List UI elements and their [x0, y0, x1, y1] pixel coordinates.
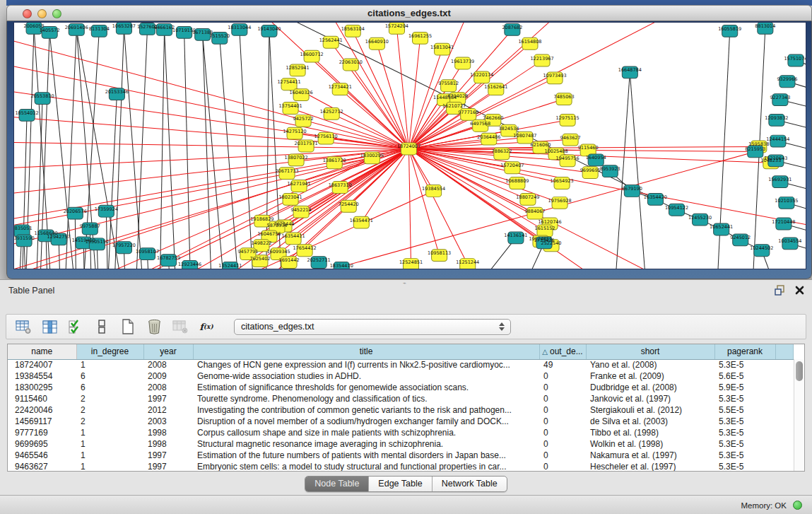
table-cell[interactable]: 1997 — [143, 461, 193, 472]
table-cell[interactable]: 9699695 — [8, 438, 76, 450]
table-row[interactable]: 1830029562008Estimation of significance … — [8, 382, 794, 393]
table-cell[interactable]: 2008 — [143, 359, 193, 370]
tab-edge-table[interactable]: Edge Table — [369, 477, 432, 491]
table-row[interactable]: 969969511998Structural magnetic resonanc… — [8, 438, 794, 450]
table-row[interactable]: 911546021997Tourette syndrome. Phenomeno… — [8, 393, 794, 404]
table-cell[interactable]: 5.3E-5 — [714, 416, 775, 427]
table-cell[interactable]: 5.5E-5 — [714, 404, 775, 416]
table-cell[interactable]: 0 — [539, 382, 586, 393]
float-panel-icon[interactable] — [774, 284, 785, 296]
table-row[interactable]: 946362711997Embryonic stem cells: a mode… — [8, 461, 794, 472]
table-cell[interactable]: 5.3E-5 — [714, 393, 775, 404]
table-cell[interactable]: 5.3E-5 — [714, 359, 775, 370]
table-cell[interactable]: 2009 — [143, 370, 193, 382]
table-cell[interactable]: 1 — [76, 450, 143, 461]
table-cell[interactable]: 9465546 — [8, 450, 76, 461]
table-cell[interactable]: 0 — [539, 393, 586, 404]
table-scrollbar[interactable] — [794, 359, 804, 471]
table-cell[interactable]: 0 — [539, 450, 586, 461]
create-table-icon[interactable] — [118, 317, 138, 337]
table-cell[interactable]: 18724007 — [8, 359, 76, 370]
table-cell[interactable]: 5.3E-5 — [714, 461, 775, 472]
table-cell[interactable]: Disruption of a novel member of a sodium… — [193, 416, 539, 427]
window-titlebar[interactable]: citations_edges.txt — [6, 5, 812, 21]
table-cell[interactable]: 14569117 — [8, 416, 76, 427]
table-cell[interactable]: 1 — [76, 461, 143, 472]
table-cell[interactable]: 2 — [76, 404, 143, 416]
table-cell[interactable]: 5.9E-5 — [714, 382, 775, 393]
table-cell[interactable]: 1 — [76, 438, 143, 450]
table-cell[interactable]: 1 — [76, 427, 143, 438]
table-row[interactable]: 946554611997Estimation of the future num… — [8, 450, 794, 461]
table-cell[interactable]: 5.3E-5 — [714, 438, 775, 450]
table-cell[interactable]: 5.3E-5 — [714, 427, 775, 438]
table-cell[interactable]: Franke et al. (2009) — [586, 370, 714, 382]
table-cell[interactable]: 1998 — [143, 427, 193, 438]
close-window-button[interactable] — [23, 9, 32, 18]
table-cell[interactable]: Genome-wide association studies in ADHD. — [193, 370, 539, 382]
column-header-out-degree[interactable]: △out_de... — [539, 344, 586, 359]
table-cell[interactable]: 2008 — [143, 382, 193, 393]
table-cell[interactable]: 1 — [76, 359, 143, 370]
table-cell[interactable]: 1997 — [143, 450, 193, 461]
table-cell[interactable]: 9115460 — [8, 393, 76, 404]
table-cell[interactable]: 18300295 — [8, 382, 76, 393]
table-cell[interactable]: de Silva et al. (2003) — [586, 416, 714, 427]
table-cell[interactable]: Embryonic stem cells: a model to study s… — [193, 461, 539, 472]
table-options-icon[interactable] — [13, 317, 33, 337]
table-cell[interactable]: Tourette syndrome. Phenomenology and cla… — [193, 393, 539, 404]
table-cell[interactable]: 2 — [76, 416, 143, 427]
zoom-window-button[interactable] — [52, 9, 61, 18]
table-cell[interactable]: 2 — [76, 393, 143, 404]
memory-ok-indicator[interactable] — [793, 501, 802, 510]
show-columns-icon[interactable] — [40, 317, 59, 337]
network-view[interactable]: 1872400718300295193845541144858497558126… — [13, 22, 806, 269]
table-cell[interactable]: 0 — [539, 427, 586, 438]
table-cell[interactable]: Investigating the contribution of common… — [193, 404, 539, 416]
table-cell[interactable]: 19384554 — [8, 370, 76, 382]
table-cell[interactable]: 5.3E-5 — [714, 450, 775, 461]
tab-node-table[interactable]: Node Table — [305, 477, 369, 491]
table-cell[interactable]: 2003 — [143, 416, 193, 427]
column-header-name[interactable]: name — [8, 344, 76, 359]
table-cell[interactable]: 0 — [539, 404, 586, 416]
table-cell[interactable]: Tibbo et al. (1998) — [586, 427, 714, 438]
column-header-short[interactable]: short — [586, 344, 714, 359]
table-cell[interactable]: 9463627 — [8, 461, 76, 472]
table-cell[interactable]: 0 — [539, 438, 586, 450]
column-header-title[interactable]: title — [193, 344, 539, 359]
table-cell[interactable]: Dudbridge et al. (2008) — [586, 382, 714, 393]
delete-table-icon[interactable] — [144, 317, 164, 337]
citation-network-graph[interactable]: 1872400718300295193845541144858497558126… — [14, 23, 806, 269]
table-cell[interactable]: Estimation of significance thresholds fo… — [193, 382, 539, 393]
function-builder-icon[interactable]: f(x) — [196, 317, 216, 337]
minimize-window-button[interactable] — [37, 9, 47, 18]
table-cell[interactable]: Nakamura et al. (1997) — [586, 450, 714, 461]
table-cell[interactable]: 49 — [539, 359, 586, 370]
tab-network-table[interactable]: Network Table — [433, 477, 507, 491]
table-cell[interactable]: 5.6E-5 — [714, 370, 775, 382]
table-cell[interactable]: Estimation of the future numbers of pati… — [193, 450, 539, 461]
table-cell[interactable]: 0 — [539, 461, 586, 472]
table-cell[interactable]: 6 — [76, 382, 143, 393]
table-cell[interactable]: 6 — [76, 370, 143, 382]
table-cell[interactable]: 0 — [539, 416, 586, 427]
table-cell[interactable]: 1998 — [143, 438, 193, 450]
edit-values-icon[interactable] — [66, 317, 86, 337]
table-cell[interactable]: 1997 — [143, 393, 193, 404]
table-cell[interactable]: Wolkin et al. (1998) — [586, 438, 714, 450]
table-row[interactable]: 1456911722003Disruption of a novel membe… — [8, 416, 794, 427]
table-row[interactable]: 2242004622012Investigating the contribut… — [8, 404, 794, 416]
column-header-pagerank[interactable]: pagerank — [714, 344, 775, 359]
table-cell[interactable]: Hescheler et al. (1997) — [586, 461, 714, 472]
table-cell[interactable]: 9777169 — [8, 427, 76, 438]
column-header-in-degree[interactable]: in_degree — [76, 344, 143, 359]
table-row[interactable]: 1872400712008Changes of HCN gene express… — [8, 359, 794, 370]
column-header-year[interactable]: year — [143, 344, 193, 359]
table-cell[interactable]: 0 — [539, 370, 586, 382]
table-cell[interactable]: Corpus callosum shape and size in male p… — [193, 427, 539, 438]
table-cell[interactable]: Structural magnetic resonance image aver… — [193, 438, 539, 450]
close-panel-icon[interactable] — [794, 284, 805, 296]
table-cell[interactable]: 22420046 — [8, 404, 76, 416]
table-selector-dropdown[interactable]: citations_edges.txt — [234, 319, 511, 335]
